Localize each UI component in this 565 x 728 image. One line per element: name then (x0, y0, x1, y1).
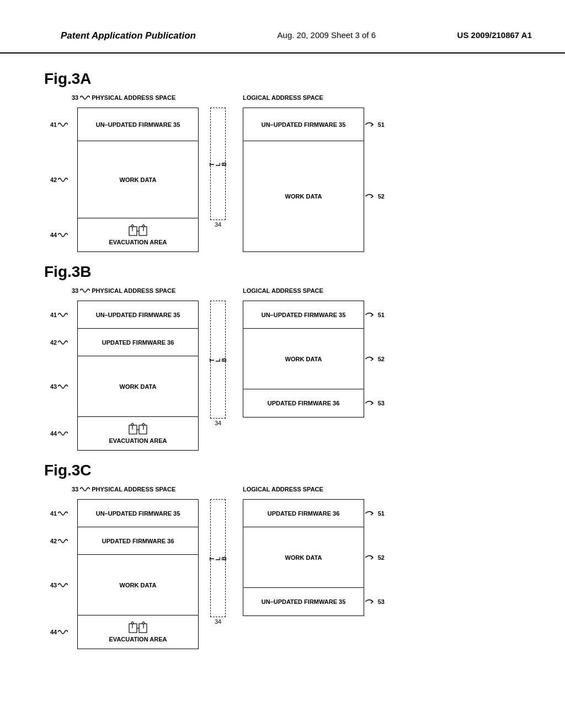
arrow-label-3A-1: 52 (365, 192, 385, 200)
log-block-3C-2: 53UN–UPDATED FIRMWARE 35 (243, 588, 364, 615)
tlb-box-3A: TLB (210, 108, 226, 220)
fig-title-3C: Fig.3C (44, 462, 532, 479)
fig-title-3A: Fig.3A (44, 70, 532, 88)
logical-space-3A: LOGICAL ADDRESS SPACE 51UN–UPDATED FIRMW… (243, 105, 364, 252)
tlb-area-3C: TLB34 (199, 497, 237, 625)
phys-block-3A-1: 42 WORK DATA (78, 141, 198, 218)
phys-space-label: PHYSICAL ADDRESS SPACE (92, 486, 175, 493)
svg-rect-0 (129, 227, 137, 235)
logical-space-3B: LOGICAL ADDRESS SPACE 51UN–UPDATED FIRMW… (243, 298, 364, 417)
diagram-wrapper-3A: 33 PHYSICAL ADDRESS SPACE41 UN–UPDATED F… (44, 92, 532, 252)
diagram-wrapper-3C: 33 PHYSICAL ADDRESS SPACE41 UN–UPDATED F… (44, 484, 532, 649)
phys-blocks-3C: 41 UN–UPDATED FIRMWARE 3542 UPDATED FIRM… (77, 499, 199, 649)
arrow-label-3B-2: 53 (365, 399, 385, 407)
tlb-label: TLB (209, 161, 227, 166)
evac-icon-wrap-3A: EVACUATION AREA (109, 224, 167, 245)
block-text: UN–UPDATED FIRMWARE 35 (96, 510, 180, 517)
row-label-3B-2: 43 (50, 383, 68, 390)
phys-space-label: PHYSICAL ADDRESS SPACE (92, 94, 175, 101)
block-text: WORK DATA (120, 383, 157, 390)
phys-ref-row-3A: 33 PHYSICAL ADDRESS SPACE (72, 94, 175, 101)
log-block-text: UPDATED FIRMWARE 36 (268, 510, 340, 517)
row-label-3A-2: 44 (50, 232, 68, 238)
main-content: Fig.3A33 PHYSICAL ADDRESS SPACE41 UN–UPD… (0, 53, 565, 677)
arrow-label-3A-0: 51 (365, 121, 385, 129)
row-label-num: 44 (50, 629, 57, 635)
figure-3A: Fig.3A33 PHYSICAL ADDRESS SPACE41 UN–UPD… (44, 70, 532, 252)
log-block-3A-0: 51UN–UPDATED FIRMWARE 35 (243, 108, 364, 141)
arrow-label-3B-0: 51 (365, 311, 385, 319)
phys-block-3B-1: 42 UPDATED FIRMWARE 36 (78, 329, 198, 356)
phys-blocks-3B: 41 UN–UPDATED FIRMWARE 3542 UPDATED FIRM… (77, 301, 199, 451)
block-text: UPDATED FIRMWARE 36 (102, 339, 174, 346)
figure-3B: Fig.3B33 PHYSICAL ADDRESS SPACE41 UN–UPD… (44, 263, 532, 451)
block-text: WORK DATA (120, 176, 157, 183)
row-label-num: 44 (50, 232, 57, 238)
phys-block-3C-2: 43 WORK DATA (78, 555, 198, 615)
tlb-label: TLB (209, 357, 227, 362)
log-block-text: UN–UPDATED FIRMWARE 35 (262, 121, 346, 128)
log-block-3B-1: 52WORK DATA (243, 329, 364, 389)
row-label-num: 43 (50, 383, 57, 390)
svg-rect-5 (129, 425, 137, 434)
phys-ref-num: 33 (72, 287, 78, 294)
log-block-3B-0: 51UN–UPDATED FIRMWARE 35 (243, 301, 364, 329)
row-label-3B-3: 44 (50, 430, 68, 437)
svg-rect-11 (139, 624, 147, 633)
phys-block-3B-3: 44 EVACUATION AREA (78, 417, 198, 450)
row-label-3B-1: 42 (50, 339, 68, 346)
tlb-ref-3B: 34 (215, 420, 221, 426)
log-blocks-3C: 51UPDATED FIRMWARE 36 52WORK DATA 53UN–U… (243, 499, 364, 616)
log-block-text: WORK DATA (285, 193, 322, 200)
phys-block-3B-0: 41 UN–UPDATED FIRMWARE 35 (78, 301, 198, 329)
row-label-3C-2: 43 (50, 582, 68, 588)
log-block-text: WORK DATA (285, 554, 322, 561)
arrow-label-3C-1: 52 (365, 554, 385, 561)
row-label-3A-0: 41 (50, 121, 68, 128)
phys-block-3C-3: 44 EVACUATION AREA (78, 615, 198, 649)
phys-blocks-3A: 41 UN–UPDATED FIRMWARE 3542 WORK DATA44 … (77, 108, 199, 252)
log-block-text: UN–UPDATED FIRMWARE 35 (262, 312, 346, 318)
log-block-3C-1: 52WORK DATA (243, 527, 364, 588)
diagram-wrapper-3B: 33 PHYSICAL ADDRESS SPACE41 UN–UPDATED F… (44, 285, 532, 451)
physical-space-3B: 33 PHYSICAL ADDRESS SPACE41 UN–UPDATED F… (77, 298, 199, 451)
phys-ref-num: 33 (72, 486, 78, 493)
row-label-3A-1: 42 (50, 176, 68, 183)
block-text: UPDATED FIRMWARE 36 (102, 538, 174, 544)
log-block-3A-1: 52WORK DATA (243, 141, 364, 251)
log-block-text: WORK DATA (285, 356, 322, 362)
physical-space-3A: 33 PHYSICAL ADDRESS SPACE41 UN–UPDATED F… (77, 105, 199, 252)
evac-icon-wrap-3B: EVACUATION AREA (109, 423, 167, 444)
phys-ref-row-3C: 33 PHYSICAL ADDRESS SPACE (72, 486, 175, 493)
log-block-ref: 52 (378, 193, 385, 200)
evac-icon-wrap-3C: EVACUATION AREA (109, 622, 167, 643)
page: Patent Application Publication Aug. 20, … (0, 0, 565, 728)
phys-block-3C-1: 42 UPDATED FIRMWARE 36 (78, 527, 198, 555)
log-block-ref: 53 (378, 400, 385, 406)
tlb-area-3B: TLB34 (199, 298, 237, 426)
block-text: UN–UPDATED FIRMWARE 35 (96, 121, 180, 128)
row-label-3C-3: 44 (50, 629, 68, 635)
row-label-3C-1: 42 (50, 538, 68, 544)
tlb-label: TLB (209, 555, 227, 560)
page-header: Patent Application Publication Aug. 20, … (0, 0, 565, 53)
publication-title: Patent Application Publication (61, 30, 196, 41)
log-block-ref: 51 (378, 312, 385, 318)
evac-text: EVACUATION AREA (109, 239, 167, 245)
log-block-ref: 52 (378, 356, 385, 362)
row-label-num: 41 (50, 510, 57, 517)
log-label-row-3A: LOGICAL ADDRESS SPACE (243, 94, 323, 101)
phys-block-3A-0: 41 UN–UPDATED FIRMWARE 35 (78, 108, 198, 141)
svg-rect-10 (129, 624, 137, 633)
row-label-num: 41 (50, 121, 57, 128)
log-block-ref: 53 (378, 598, 385, 605)
arrow-label-3B-1: 52 (365, 355, 385, 363)
arrow-label-3C-2: 53 (365, 598, 385, 606)
block-text: UN–UPDATED FIRMWARE 35 (96, 312, 180, 318)
svg-rect-1 (139, 227, 147, 235)
log-label-row-3B: LOGICAL ADDRESS SPACE (243, 287, 323, 294)
patent-number: US 2009/210867 A1 (457, 30, 532, 40)
evac-text: EVACUATION AREA (109, 437, 167, 444)
log-block-ref: 51 (378, 510, 385, 517)
sheet-info: Aug. 20, 2009 Sheet 3 of 6 (278, 30, 376, 40)
